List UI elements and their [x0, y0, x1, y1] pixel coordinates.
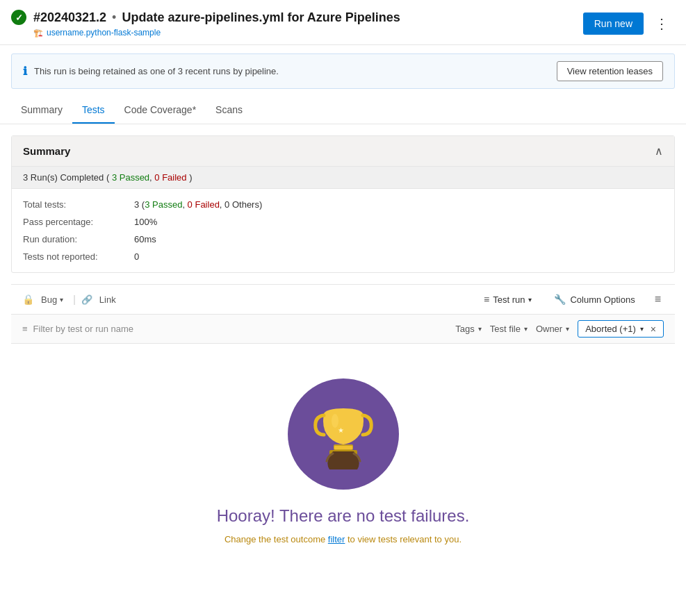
owner-filter-label: Owner [536, 324, 562, 334]
info-bar-text: This run is being retained as one of 3 r… [34, 66, 279, 76]
column-options-icon: 🔧 [554, 294, 566, 305]
list-icon: ≡ [484, 294, 489, 305]
owner-chevron-icon: ▾ [566, 325, 569, 333]
trophy-illustration: ★ [288, 378, 399, 490]
filter-left: ≡ Filter by test or run name [22, 324, 133, 334]
collapse-button[interactable]: ∧ [655, 144, 663, 158]
pipeline-icon: 🏗️ [33, 28, 43, 38]
link-button[interactable]: Link [95, 292, 120, 308]
stat-label-total: Total tests: [23, 199, 134, 210]
bug-label: Bug [41, 294, 57, 305]
stat-value-duration: 60ms [134, 234, 156, 244]
test-file-chevron-icon: ▾ [524, 325, 528, 333]
tab-bar: Summary Tests Code Coverage* Scans [0, 97, 686, 124]
toolbar-divider: | [73, 294, 76, 305]
toolbar-right: ≡ Test run ▾ 🔧 Column Options ≡ [478, 290, 664, 308]
close-filter-button[interactable]: × [648, 324, 656, 334]
tags-chevron-icon: ▾ [478, 325, 482, 333]
filter-right: Tags ▾ Test file ▾ Owner ▾ Aborted (+1) … [455, 320, 664, 338]
trophy-svg: ★ [309, 394, 378, 474]
run-new-button[interactable]: Run new [583, 13, 644, 35]
summary-section-header: Summary ∧ [12, 136, 674, 167]
stat-row-pass: Pass percentage: 100% [23, 213, 663, 231]
page-header: ✓ #20240321.2 • Update azure-pipelines.y… [0, 0, 686, 45]
tags-filter[interactable]: Tags ▾ [455, 324, 481, 334]
filter-link[interactable]: filter [328, 534, 345, 544]
link-label: Link [99, 294, 116, 305]
stats-container: Total tests: 3 (3 Passed, 0 Failed, 0 Ot… [12, 189, 674, 272]
stat-label-unreported: Tests not reported: [23, 251, 134, 262]
page-title: #20240321.2 • Update azure-pipelines.yml… [33, 10, 400, 25]
test-run-button[interactable]: ≡ Test run ▾ [478, 291, 537, 308]
group-icon: ≡ [655, 293, 661, 305]
view-retention-leases-button[interactable]: View retention leases [557, 61, 663, 81]
stat-value-total: 3 (3 Passed, 0 Failed, 0 Others) [134, 199, 262, 210]
stat-value-unreported: 0 [134, 251, 139, 262]
tab-tests[interactable]: Tests [72, 97, 115, 124]
active-filter-chevron-icon: ▾ [640, 325, 644, 333]
tab-scans[interactable]: Scans [206, 97, 252, 124]
svg-point-1 [332, 414, 338, 428]
run-status-bar: 3 Run(s) Completed ( 3 Passed, 0 Failed … [12, 167, 674, 189]
toolbar: 🔒 Bug ▾ | 🔗 Link ≡ Test run ▾ 🔧 Column O… [11, 284, 675, 315]
stat-row-total: Total tests: 3 (3 Passed, 0 Failed, 0 Ot… [23, 196, 663, 213]
test-run-chevron-icon: ▾ [528, 296, 532, 303]
stat-label-pass: Pass percentage: [23, 217, 134, 227]
group-button[interactable]: ≡ [652, 290, 664, 308]
stat-row-unreported: Tests not reported: 0 [23, 248, 663, 265]
stat-value-pass: 100% [134, 217, 157, 227]
stat-row-duration: Run duration: 60ms [23, 231, 663, 248]
info-bar: ℹ This run is being retained as one of 3… [11, 53, 675, 89]
column-options-label: Column Options [570, 294, 635, 305]
svg-rect-5 [334, 446, 352, 449]
tab-code-coverage[interactable]: Code Coverage* [115, 97, 206, 124]
info-bar-content: ℹ This run is being retained as one of 3… [23, 65, 279, 78]
test-file-filter[interactable]: Test file ▾ [490, 324, 528, 334]
link-icon: 🔗 [81, 294, 92, 305]
bug-button[interactable]: Bug ▾ [37, 292, 67, 308]
summary-title: Summary [23, 145, 70, 157]
toolbar-left: 🔒 Bug ▾ | 🔗 Link [22, 292, 120, 308]
bug-chevron-icon: ▾ [60, 296, 63, 303]
info-icon: ℹ [23, 65, 27, 78]
bug-icon: 🔒 [22, 294, 34, 305]
filter-bar: ≡ Filter by test or run name Tags ▾ Test… [11, 315, 675, 344]
empty-state-title: Hooray! There are no test failures. [217, 506, 470, 526]
filter-placeholder: Filter by test or run name [33, 324, 134, 334]
summary-section: Summary ∧ 3 Run(s) Completed ( 3 Passed,… [11, 135, 675, 273]
column-options-button[interactable]: 🔧 Column Options [548, 291, 640, 308]
svg-text:★: ★ [338, 426, 344, 434]
empty-state-subtitle: Change the test outcome filter to view t… [224, 534, 462, 544]
header-actions: Run new ⋮ [583, 13, 675, 35]
stat-label-duration: Run duration: [23, 234, 134, 244]
tab-summary[interactable]: Summary [11, 97, 72, 124]
test-file-filter-label: Test file [490, 324, 521, 334]
test-run-label: Test run [493, 294, 525, 305]
status-icon: ✓ [11, 10, 26, 25]
owner-filter[interactable]: Owner ▾ [536, 324, 569, 334]
tags-filter-label: Tags [455, 324, 474, 334]
more-options-button[interactable]: ⋮ [649, 13, 675, 35]
header-title-group: ✓ #20240321.2 • Update azure-pipelines.y… [11, 10, 400, 38]
active-filter-chip[interactable]: Aborted (+1) ▾ × [578, 320, 664, 338]
filter-icon: ≡ [22, 324, 28, 334]
empty-state: ★ Hooray! There are no test failures. Ch… [0, 344, 686, 572]
pipeline-link[interactable]: username.python-flask-sample [47, 28, 161, 38]
active-filter-label: Aborted (+1) [585, 324, 636, 334]
